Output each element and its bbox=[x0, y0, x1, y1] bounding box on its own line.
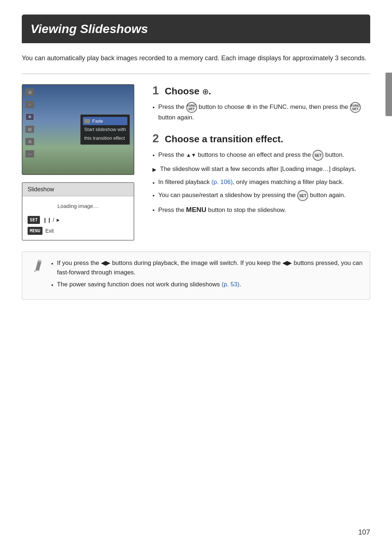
bullet-dot-1: ● bbox=[152, 105, 155, 110]
set-badge: SET bbox=[28, 216, 40, 224]
slideshow-title-bar: Slideshow bbox=[23, 183, 134, 196]
step-2-title: Choose a transition effect. bbox=[165, 132, 283, 146]
slideshow-title-text: Slideshow bbox=[28, 186, 54, 192]
step-1-title: Choose ⊕. bbox=[165, 84, 211, 98]
bullet-dot-4: ● bbox=[152, 193, 155, 198]
slideshow-controls: SET ❙❙ / ► bbox=[28, 216, 128, 224]
left-column: ⊞ ○ ⊕ ▤ ⊞ — Fade Start slideshow with bbox=[22, 84, 138, 241]
link-p106[interactable]: (p. 106) bbox=[212, 179, 233, 185]
note-bullet-2: • bbox=[51, 281, 53, 290]
arrow-bullet-1: ▶ bbox=[152, 166, 156, 173]
camera-screen-image: ⊞ ○ ⊕ ▤ ⊞ — Fade Start slideshow with bbox=[22, 84, 134, 175]
slideshow-body: Loading image… SET ❙❙ / ► MENU Exit bbox=[23, 196, 134, 240]
camera-icon-list: ⊞ ○ ⊕ ▤ ⊞ — bbox=[25, 89, 34, 158]
link-p53[interactable]: (p. 53) bbox=[222, 281, 240, 288]
fade-icon bbox=[84, 119, 90, 123]
start-label: Start slideshow with bbox=[84, 125, 126, 134]
page-number: 107 bbox=[358, 527, 370, 537]
right-accent-bar bbox=[385, 73, 392, 116]
step-1-bullet-1: ● Press the FUNCSET button to choose ⊕ i… bbox=[152, 102, 370, 122]
page-title-bar: Viewing Slideshows bbox=[22, 15, 370, 43]
step-1-bullet-1-text: Press the FUNCSET button to choose ⊕ in … bbox=[158, 102, 370, 122]
cam-icon-2: ○ bbox=[25, 101, 34, 108]
step-2: 2 Choose a transition effect. ● Press th… bbox=[152, 132, 370, 215]
up-down-arrow: ▲▼ bbox=[186, 152, 196, 158]
func-btn-2: FUNCSET bbox=[350, 102, 361, 113]
step-2-bullet-5-text: Press the MENU button to stop the slides… bbox=[158, 205, 286, 215]
step-1-header: 1 Choose ⊕. bbox=[152, 84, 370, 98]
bullet-dot-5: ● bbox=[152, 207, 155, 213]
note-bullet-1: • bbox=[51, 259, 53, 269]
bullet-dot-3: ● bbox=[152, 180, 155, 185]
step-2-bullet-2-text: The slideshow will start a few seconds a… bbox=[160, 164, 356, 174]
step-2-bullet-4-text: You can pause/restart a slideshow by pre… bbox=[158, 190, 346, 201]
cam-icon-4: ▤ bbox=[25, 126, 34, 133]
cam-icon-3: ⊕ bbox=[25, 113, 34, 120]
step-1-bullets: ● Press the FUNCSET button to choose ⊕ i… bbox=[152, 102, 370, 122]
step-1: 1 Choose ⊕. ● Press the FUNCSET button t… bbox=[152, 84, 370, 122]
menu-item-start: Start slideshow with bbox=[84, 125, 126, 134]
page-title: Viewing Slideshows bbox=[30, 20, 362, 38]
section-divider bbox=[22, 74, 370, 74]
menu-item-transition: this transition effect bbox=[84, 134, 126, 142]
steps-layout: ⊞ ○ ⊕ ▤ ⊞ — Fade Start slideshow with bbox=[22, 84, 370, 241]
menu-text-bold: MENU bbox=[186, 206, 207, 213]
note-content: • If you press the ◀▶ buttons during pla… bbox=[51, 258, 363, 293]
step-2-bullet-4: ● You can pause/restart a slideshow by p… bbox=[152, 190, 370, 201]
note-item-1: • If you press the ◀▶ buttons during pla… bbox=[51, 258, 363, 277]
slideshow-screen: Slideshow Loading image… SET ❙❙ / ► MENU… bbox=[22, 182, 134, 241]
right-column: 1 Choose ⊕. ● Press the FUNCSET button t… bbox=[152, 84, 370, 241]
step-2-header: 2 Choose a transition effect. bbox=[152, 132, 370, 146]
menu-badge: MENU bbox=[28, 227, 42, 235]
note-list: • If you press the ◀▶ buttons during pla… bbox=[51, 258, 363, 290]
note-item-2: • The power saving function does not wor… bbox=[51, 280, 363, 290]
bullet-dot-2: ● bbox=[152, 152, 155, 158]
step-2-bullet-3: ● In filtered playback (p. 106), only im… bbox=[152, 177, 370, 187]
camera-menu-overlay: Fade Start slideshow with this transitio… bbox=[80, 114, 130, 145]
step-2-bullet-5: ● Press the MENU button to stop the slid… bbox=[152, 205, 370, 215]
note-item-1-text: If you press the ◀▶ buttons during playb… bbox=[57, 258, 363, 277]
pencil-icon bbox=[29, 258, 45, 274]
menu-exit-row: MENU Exit bbox=[28, 227, 128, 235]
note-box: • If you press the ◀▶ buttons during pla… bbox=[22, 252, 370, 300]
menu-item-fade: Fade bbox=[83, 117, 127, 125]
exit-text: Exit bbox=[45, 227, 54, 235]
func-btn-1: FUNCSET bbox=[186, 102, 197, 113]
step-2-number: 2 bbox=[152, 132, 161, 144]
fade-label: Fade bbox=[92, 117, 103, 125]
step-2-bullet-1-text: Press the ▲▼ buttons to choose an effect… bbox=[158, 150, 344, 161]
cam-icon-1: ⊞ bbox=[25, 89, 34, 96]
page-container: Viewing Slideshows You can automatically… bbox=[0, 0, 392, 552]
slideshow-loading-text: Loading image… bbox=[28, 202, 128, 210]
step-2-bullet-3-text: In filtered playback (p. 106), only imag… bbox=[158, 177, 344, 187]
pencil-svg bbox=[29, 258, 45, 274]
step-2-bullet-2: ▶ The slideshow will start a few seconds… bbox=[152, 164, 370, 174]
step-2-bullets: ● Press the ▲▼ buttons to choose an effe… bbox=[152, 150, 370, 215]
set-btn-inline: SET bbox=[313, 150, 323, 161]
transition-label: this transition effect bbox=[84, 134, 125, 142]
set-btn-inline-2: SET bbox=[297, 190, 308, 201]
cam-icon-6: — bbox=[25, 150, 34, 158]
step-1-number: 1 bbox=[152, 85, 161, 96]
pause-play-text: ❙❙ / ► bbox=[43, 216, 61, 224]
cam-icon-5: ⊞ bbox=[25, 138, 34, 145]
intro-paragraph: You can automatically play back images r… bbox=[22, 53, 370, 64]
step-2-bullet-1: ● Press the ▲▼ buttons to choose an effe… bbox=[152, 150, 370, 161]
note-item-2-text: The power saving function does not work … bbox=[57, 280, 241, 289]
